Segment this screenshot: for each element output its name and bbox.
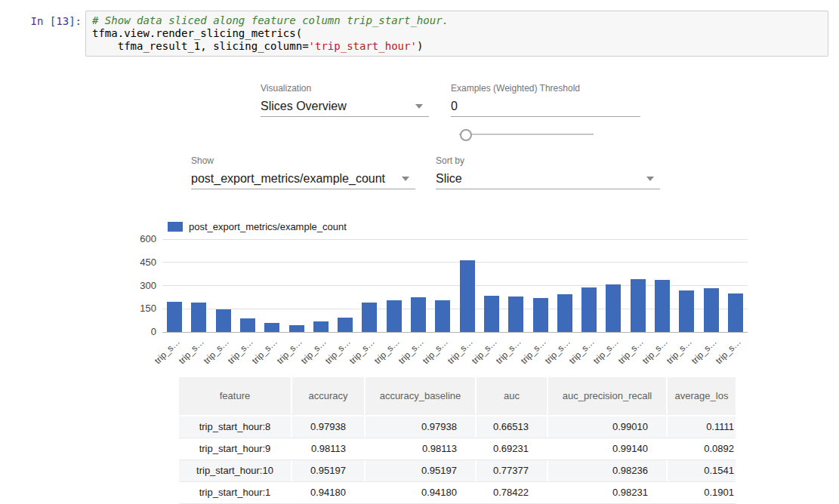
bar[interactable] (460, 260, 475, 332)
bar[interactable] (411, 297, 426, 332)
metric-cell: 0.94180 (292, 482, 366, 503)
threshold-slider[interactable] (459, 128, 594, 140)
notebook-page: In [13]: # Show data sliced along featur… (0, 0, 839, 504)
show-label: Show (191, 155, 415, 166)
metric-cell: 0.1541 (668, 460, 736, 481)
chevron-down-icon[interactable] (415, 104, 423, 109)
bar[interactable] (435, 300, 450, 332)
bar[interactable] (508, 297, 523, 332)
metric-cell: 0.78422 (477, 482, 548, 503)
feature-cell: trip_start_hour:1 (179, 482, 292, 503)
bar[interactable] (289, 325, 304, 332)
y-axis-tick-label: 450 (123, 257, 156, 268)
threshold-label: Examples (Weighted) Threshold (451, 83, 640, 94)
visualization-dropdown[interactable]: Visualization Slices Overview (261, 83, 429, 117)
metric-cell: 0.98113 (366, 438, 477, 459)
code-editor[interactable]: # Show data sliced along feature column … (85, 11, 828, 57)
legend-swatch (168, 222, 183, 232)
bar[interactable] (581, 287, 597, 332)
bar[interactable] (216, 309, 231, 332)
bar[interactable] (264, 323, 279, 332)
table-header-cell[interactable]: auc_precision_recall (548, 377, 668, 415)
threshold-input[interactable] (451, 100, 640, 113)
metric-cell: 0.69231 (477, 438, 548, 459)
y-axis-tick-label: 600 (123, 233, 156, 244)
table-row[interactable]: trip_start_hour:90.981130.981130.692310.… (179, 438, 736, 460)
metric-cell: 0.97938 (292, 416, 366, 438)
bar[interactable] (557, 294, 572, 332)
metric-cell: 0.99010 (548, 416, 668, 438)
show-metric-dropdown[interactable]: Show post_export_metrics/example_count (191, 155, 415, 189)
code-comment: # Show data sliced along feature column … (92, 14, 449, 26)
table-header-cell[interactable]: feature (179, 377, 292, 415)
sort-by-label: Sort by (436, 155, 660, 166)
metric-cell: 0.1901 (668, 482, 736, 503)
feature-cell: trip_start_hour:9 (179, 438, 292, 459)
slider-knob[interactable] (460, 129, 472, 141)
bar[interactable] (679, 290, 694, 332)
gridline (162, 262, 748, 263)
metric-cell: 0.66513 (477, 416, 548, 438)
chevron-down-icon[interactable] (646, 177, 654, 181)
metric-cell: 0.98236 (548, 460, 668, 481)
table-row[interactable]: trip_start_hour:80.979380.979380.665130.… (179, 416, 736, 438)
visualization-label: Visualization (261, 83, 429, 94)
bar[interactable] (655, 280, 670, 332)
bar[interactable] (191, 303, 206, 332)
bar[interactable] (631, 279, 646, 332)
sort-by-dropdown[interactable]: Sort by Slice (436, 155, 660, 189)
cell-prompt: In [13]: (15, 15, 82, 27)
metric-cell: 0.99140 (548, 438, 668, 459)
code-string: 'trip_start_hour' (309, 40, 417, 52)
bar[interactable] (484, 296, 499, 332)
bar[interactable] (240, 318, 255, 332)
sort-by-value: Slice (436, 172, 462, 186)
metric-cell: 0.95197 (366, 460, 477, 481)
feature-cell: trip_start_hour:8 (179, 416, 292, 438)
gridline (162, 239, 748, 240)
threshold-field: Examples (Weighted) Threshold (451, 83, 640, 117)
bar[interactable] (533, 298, 548, 332)
table-header-cell[interactable]: accuracy_baseline (366, 377, 477, 415)
table-body: trip_start_hour:80.979380.979380.665130.… (179, 416, 736, 504)
bar[interactable] (167, 302, 182, 332)
metric-cell: 0.98113 (292, 438, 366, 459)
metric-cell: 0.1111 (668, 416, 736, 438)
code-line2: tfma.view.render_slicing_metrics( (92, 27, 302, 39)
bar[interactable] (313, 321, 329, 332)
feature-cell: trip_start_hour:10 (179, 460, 292, 481)
metric-cell: 0.77377 (477, 460, 548, 481)
legend-label: post_export_metrics/example_count (189, 221, 347, 232)
code-line3-close: ) (417, 40, 423, 52)
table-header-cell[interactable]: accuracy (292, 377, 366, 415)
y-axis-tick-label: 300 (123, 280, 156, 291)
bar[interactable] (728, 293, 743, 332)
show-value: post_export_metrics/example_count (191, 172, 385, 186)
bar[interactable] (362, 303, 377, 332)
bar[interactable] (387, 300, 402, 332)
bar[interactable] (704, 288, 719, 332)
metric-cell: 0.94180 (366, 482, 477, 503)
table-row[interactable]: trip_start_hour:100.951970.951970.773770… (179, 460, 736, 482)
code-line3: tfma_result_1, slicing_column= (92, 40, 309, 52)
metrics-table: featureaccuracyaccuracy_baselineaucauc_p… (179, 377, 736, 504)
y-axis-tick-label: 0 (123, 326, 156, 337)
table-header-row: featureaccuracyaccuracy_baselineaucauc_p… (179, 377, 736, 415)
y-axis-tick-label: 150 (123, 303, 156, 314)
chevron-down-icon[interactable] (402, 177, 409, 181)
bar[interactable] (338, 318, 353, 332)
table-header-cell[interactable]: auc (477, 377, 548, 415)
metric-cell: 0.95197 (292, 460, 366, 481)
metric-cell: 0.0892 (668, 438, 736, 459)
bar-chart: 0150300450600trip_s…trip_s…trip_s…trip_s… (162, 239, 748, 332)
metric-cell: 0.98231 (548, 482, 668, 503)
bar[interactable] (606, 284, 621, 332)
slider-track (459, 134, 594, 135)
table-row[interactable]: trip_start_hour:10.941800.941800.784220.… (179, 482, 736, 504)
visualization-value: Slices Overview (261, 100, 347, 113)
metric-cell: 0.97938 (366, 416, 477, 438)
table-header-cell[interactable]: average_los (668, 377, 736, 415)
